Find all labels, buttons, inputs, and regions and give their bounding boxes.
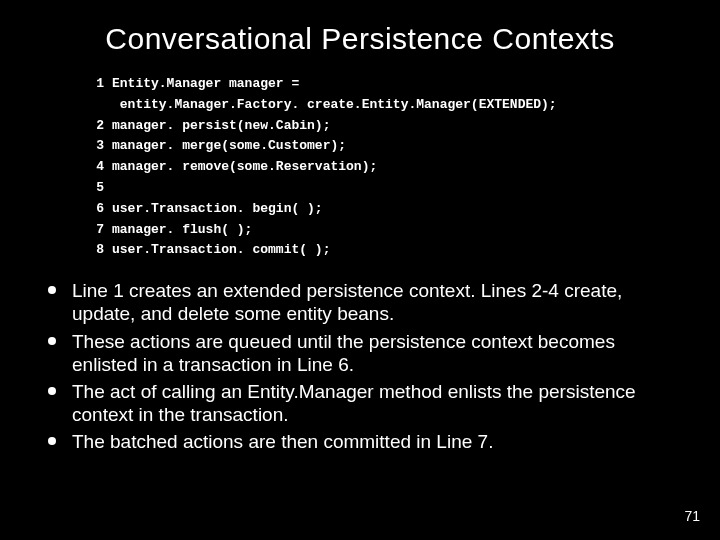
- code-line: entity.Manager.Factory. create.Entity.Ma…: [86, 95, 684, 116]
- code-text: Entity.Manager manager =: [112, 76, 299, 91]
- code-linenum: 7: [86, 220, 104, 241]
- bullet-text: These actions are queued until the persi…: [72, 331, 615, 375]
- bullet-icon: [48, 286, 56, 294]
- code-text: manager. remove(some.Reservation);: [112, 159, 377, 174]
- code-text: manager. persist(new.Cabin);: [112, 118, 330, 133]
- bullet-icon: [48, 387, 56, 395]
- code-linenum: 3: [86, 136, 104, 157]
- code-line: 2manager. persist(new.Cabin);: [86, 116, 684, 137]
- page-title: Conversational Persistence Contexts: [36, 22, 684, 56]
- code-linenum: 5: [86, 178, 104, 199]
- list-item: The batched actions are then committed i…: [40, 430, 680, 453]
- slide: Conversational Persistence Contexts 1Ent…: [0, 0, 720, 540]
- code-line: 6user.Transaction. begin( );: [86, 199, 684, 220]
- code-linenum: 2: [86, 116, 104, 137]
- code-linenum: 1: [86, 74, 104, 95]
- list-item: These actions are queued until the persi…: [40, 330, 680, 376]
- bullet-text: Line 1 creates an extended persistence c…: [72, 280, 622, 324]
- code-line: 5: [86, 178, 684, 199]
- bullet-icon: [48, 337, 56, 345]
- code-line: 3manager. merge(some.Customer);: [86, 136, 684, 157]
- code-text: manager. flush( );: [112, 222, 252, 237]
- bullet-text: The act of calling an Entity.Manager met…: [72, 381, 636, 425]
- code-text: user.Transaction. commit( );: [112, 242, 330, 257]
- code-line: 8user.Transaction. commit( );: [86, 240, 684, 261]
- code-text: user.Transaction. begin( );: [112, 201, 323, 216]
- code-linenum: 6: [86, 199, 104, 220]
- code-text: entity.Manager.Factory. create.Entity.Ma…: [112, 97, 557, 112]
- code-linenum: 4: [86, 157, 104, 178]
- code-line: 4manager. remove(some.Reservation);: [86, 157, 684, 178]
- code-block: 1Entity.Manager manager = entity.Manager…: [86, 74, 684, 261]
- bullet-text: The batched actions are then committed i…: [72, 431, 493, 452]
- bullet-icon: [48, 437, 56, 445]
- code-line: 1Entity.Manager manager =: [86, 74, 684, 95]
- code-text: manager. merge(some.Customer);: [112, 138, 346, 153]
- code-linenum: 8: [86, 240, 104, 261]
- page-number: 71: [684, 508, 700, 524]
- list-item: Line 1 creates an extended persistence c…: [40, 279, 680, 325]
- bullet-list: Line 1 creates an extended persistence c…: [40, 279, 680, 453]
- list-item: The act of calling an Entity.Manager met…: [40, 380, 680, 426]
- code-line: 7manager. flush( );: [86, 220, 684, 241]
